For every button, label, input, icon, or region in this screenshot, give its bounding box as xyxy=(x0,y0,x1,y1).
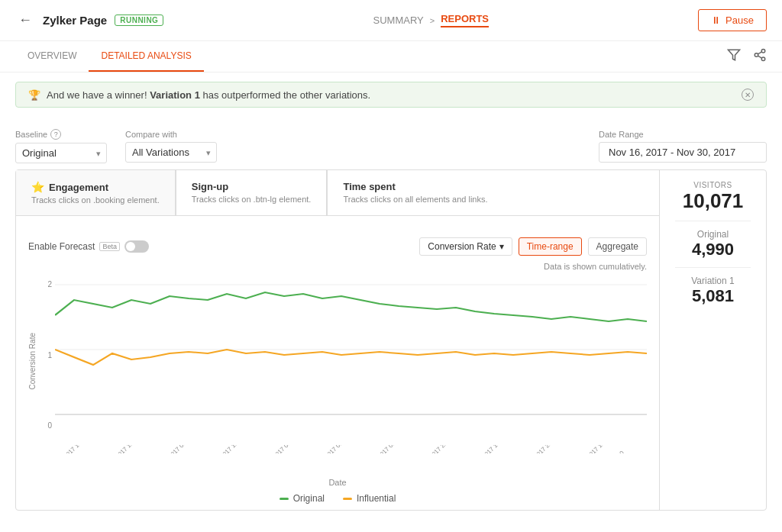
visitors-panel: VISITORS 10,071 Original 4,990 Variation… xyxy=(659,170,766,510)
header-left: ← Zylker Page RUNNING xyxy=(15,12,163,28)
subnav: OVERVIEW DETAILED ANALYSIS xyxy=(0,41,782,73)
baseline-select[interactable]: Original xyxy=(15,143,107,163)
goal-tab-engagement-desc: Tracks clicks on .booking element. xyxy=(31,195,160,205)
y-axis-label-container: Conversion Rate xyxy=(28,277,37,445)
dropdown-arrow-icon: ▾ xyxy=(499,241,504,252)
visitors-label: VISITORS xyxy=(693,181,732,189)
pause-label: Pause xyxy=(725,15,754,26)
date-range-label: Date Range xyxy=(599,130,767,139)
svg-point-1 xyxy=(761,50,765,53)
nav-summary[interactable]: SUMMARY xyxy=(373,15,424,26)
svg-point-3 xyxy=(761,57,765,61)
share-button[interactable] xyxy=(753,48,767,65)
engagement-star-icon: ⭐ xyxy=(31,181,44,193)
filter-button[interactable] xyxy=(727,48,741,65)
header-nav: SUMMARY > REPORTS xyxy=(373,13,490,27)
variation-divider xyxy=(675,267,751,268)
legend-original: Original xyxy=(280,493,325,504)
goal-tab-engagement-title: ⭐ Engagement xyxy=(31,181,160,193)
legend-influential: Influential xyxy=(343,493,396,504)
tab-detailed-analysis[interactable]: DETAILED ANALYSIS xyxy=(89,41,203,72)
goal-tab-signup[interactable]: Sign-up Tracks clicks on .btn-lg element… xyxy=(176,170,328,215)
y-ticks: 2 1 0 xyxy=(40,277,55,445)
chart-svg xyxy=(55,277,647,445)
forecast-toggle[interactable] xyxy=(124,240,149,253)
banner-text: And we have a winner! Variation 1 has ou… xyxy=(47,89,370,101)
cumulative-note: Data is shown cumulatively. xyxy=(28,262,647,271)
goal-tab-timespent-desc: Tracks clicks on all elements and links. xyxy=(343,195,487,204)
chart-left: ⭐ Engagement Tracks clicks on .booking e… xyxy=(16,170,659,510)
x-axis-labels: 16 Nov 2017 17:00 18 Nov 2017 11:00 20 N… xyxy=(28,445,647,453)
chart-btn-group: Conversion Rate ▾ Time-range Aggregate xyxy=(419,237,647,256)
page-title: Zylker Page xyxy=(43,14,107,27)
date-range-input[interactable] xyxy=(599,142,767,163)
original-label: Original xyxy=(697,229,729,240)
goal-tab-signup-title: Sign-up xyxy=(192,181,312,192)
chart-legend: Original Influential xyxy=(28,493,647,504)
compare-select-wrap: All Variations xyxy=(125,142,217,163)
svg-line-5 xyxy=(758,52,761,54)
original-count: 4,990 xyxy=(692,240,734,260)
tab-overview[interactable]: OVERVIEW xyxy=(15,41,89,72)
y-axis-label: Conversion Rate xyxy=(28,333,37,389)
svg-marker-0 xyxy=(729,50,740,60)
chart-container: ⭐ Engagement Tracks clicks on .booking e… xyxy=(15,169,767,511)
legend-original-dot xyxy=(280,498,289,500)
header: ← Zylker Page RUNNING SUMMARY > REPORTS … xyxy=(0,0,782,41)
baseline-select-wrap: Original xyxy=(15,143,107,163)
conversion-rate-dropdown[interactable]: Conversion Rate ▾ xyxy=(419,237,512,256)
chart-controls: Enable Forecast Beta Conversion Rate ▾ T… xyxy=(16,228,659,277)
compare-select[interactable]: All Variations xyxy=(125,142,217,163)
variation1-label: Variation 1 xyxy=(691,276,734,286)
goal-tabs: ⭐ Engagement Tracks clicks on .booking e… xyxy=(16,170,659,216)
back-button[interactable]: ← xyxy=(15,12,35,28)
chart-controls-row: Enable Forecast Beta Conversion Rate ▾ T… xyxy=(28,237,647,256)
visitors-divider xyxy=(675,221,751,221)
baseline-control: Baseline ? Original xyxy=(15,129,107,163)
date-range-control: Date Range xyxy=(599,130,767,163)
help-icon[interactable]: ? xyxy=(50,129,61,140)
subnav-tabs: OVERVIEW DETAILED ANALYSIS xyxy=(15,41,204,72)
winner-banner: 🏆 And we have a winner! Variation 1 has … xyxy=(15,82,767,108)
pause-button[interactable]: ⏸ Pause xyxy=(698,9,767,31)
visitors-total: 10,071 xyxy=(683,189,744,213)
time-range-button[interactable]: Time-range xyxy=(519,237,582,256)
chart-svg-container: Conversion Rate 2 1 0 xyxy=(16,277,659,510)
baseline-label: Baseline ? xyxy=(15,129,107,140)
banner-close[interactable]: ✕ xyxy=(742,89,754,101)
subnav-actions xyxy=(727,48,767,65)
nav-reports[interactable]: REPORTS xyxy=(441,13,489,27)
nav-arrow: > xyxy=(430,16,435,25)
enable-forecast: Enable Forecast Beta xyxy=(28,240,149,253)
trophy-icon: 🏆 xyxy=(28,89,40,101)
goal-tab-timespent-title: Time spent xyxy=(343,181,487,192)
status-badge: RUNNING xyxy=(115,15,163,26)
aggregate-button[interactable]: Aggregate xyxy=(588,237,647,256)
beta-badge: Beta xyxy=(99,242,120,251)
variation1-count: 5,081 xyxy=(692,286,734,306)
compare-label: Compare with xyxy=(125,130,217,139)
chart-area: Conversion Rate 2 1 0 xyxy=(28,277,647,445)
svg-point-2 xyxy=(755,53,758,57)
goal-tab-signup-desc: Tracks clicks on .btn-lg element. xyxy=(192,195,312,204)
pause-icon: ⏸ xyxy=(711,15,721,26)
x-axis-title: Date xyxy=(28,478,647,487)
legend-influential-dot xyxy=(343,498,352,500)
enable-forecast-label: Enable Forecast xyxy=(28,241,95,252)
compare-control: Compare with All Variations xyxy=(125,130,217,163)
controls: Baseline ? Original Compare with All Var… xyxy=(0,117,782,169)
goal-tab-timespent[interactable]: Time spent Tracks clicks on all elements… xyxy=(327,170,502,215)
main-content: ⭐ Engagement Tracks clicks on .booking e… xyxy=(0,169,782,526)
goal-tab-engagement[interactable]: ⭐ Engagement Tracks clicks on .booking e… xyxy=(16,170,176,215)
svg-line-4 xyxy=(758,56,761,58)
